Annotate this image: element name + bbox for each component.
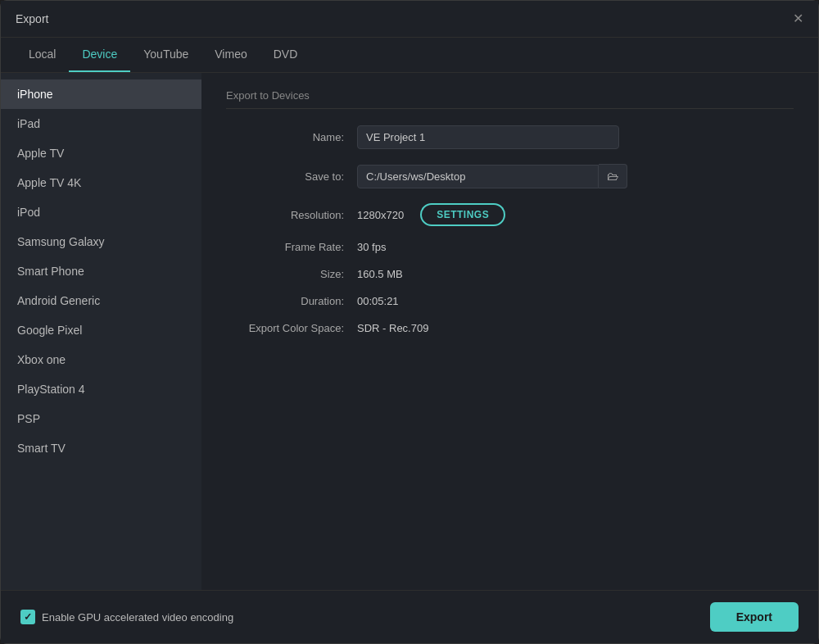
right-panel: Export to Devices Name: Save to: 🗁 Resol…: [201, 73, 818, 590]
sidebar-item-smart-phone[interactable]: Smart Phone: [1, 256, 201, 286]
frame-rate-value: 30 fps: [357, 241, 386, 253]
sidebar-item-samsung-galaxy[interactable]: Samsung Galaxy: [1, 227, 201, 256]
export-button[interactable]: Export: [710, 602, 799, 632]
sidebar-item-playstation-4[interactable]: PlayStation 4: [1, 374, 201, 404]
sidebar-item-google-pixel[interactable]: Google Pixel: [1, 315, 201, 345]
size-label: Size:: [226, 268, 357, 280]
tabs-bar: Local Device YouTube Vimeo DVD: [1, 38, 818, 73]
frame-rate-row: Frame Rate: 30 fps: [226, 241, 794, 253]
color-space-row: Export Color Space: SDR - Rec.709: [226, 322, 794, 334]
tab-dvd[interactable]: DVD: [260, 38, 311, 72]
tab-youtube[interactable]: YouTube: [130, 38, 201, 72]
browse-folder-button[interactable]: 🗁: [599, 164, 627, 188]
name-row: Name:: [226, 125, 794, 149]
gpu-checkbox[interactable]: [20, 610, 35, 624]
sidebar-item-ipod[interactable]: iPod: [1, 197, 201, 227]
footer: Enable GPU accelerated video encoding Ex…: [1, 590, 818, 643]
tab-local[interactable]: Local: [16, 38, 69, 72]
tab-vimeo[interactable]: Vimeo: [201, 38, 260, 72]
close-button[interactable]: ✕: [793, 12, 803, 25]
sidebar-item-android-generic[interactable]: Android Generic: [1, 286, 201, 315]
size-row: Size: 160.5 MB: [226, 268, 794, 280]
sidebar-item-iphone[interactable]: iPhone: [1, 79, 201, 109]
export-window: Export ✕ Local Device YouTube Vimeo DVD …: [0, 0, 819, 644]
save-to-input[interactable]: [357, 165, 599, 188]
title-bar: Export ✕: [1, 1, 818, 38]
settings-button[interactable]: SETTINGS: [420, 203, 505, 226]
name-label: Name:: [226, 131, 357, 143]
duration-label: Duration:: [226, 295, 357, 307]
device-sidebar: iPhone iPad Apple TV Apple TV 4K iPod Sa…: [1, 73, 201, 590]
save-to-label: Save to:: [226, 170, 357, 183]
main-content: iPhone iPad Apple TV Apple TV 4K iPod Sa…: [1, 73, 818, 590]
gpu-checkbox-label: Enable GPU accelerated video encoding: [42, 611, 233, 624]
resolution-label: Resolution:: [226, 209, 357, 221]
resolution-group: 1280x720 SETTINGS: [357, 203, 505, 226]
color-space-value: SDR - Rec.709: [357, 322, 428, 334]
tab-device[interactable]: Device: [69, 38, 130, 72]
sidebar-item-psp[interactable]: PSP: [1, 404, 201, 433]
window-title: Export: [16, 12, 48, 25]
sidebar-item-xbox-one[interactable]: Xbox one: [1, 345, 201, 374]
duration-row: Duration: 00:05:21: [226, 295, 794, 307]
color-space-label: Export Color Space:: [226, 322, 357, 334]
size-value: 160.5 MB: [357, 268, 403, 280]
resolution-value: 1280x720: [357, 209, 404, 221]
section-title: Export to Devices: [226, 89, 794, 109]
resolution-row: Resolution: 1280x720 SETTINGS: [226, 203, 794, 226]
frame-rate-label: Frame Rate:: [226, 241, 357, 253]
sidebar-item-apple-tv-4k[interactable]: Apple TV 4K: [1, 168, 201, 197]
save-to-row: Save to: 🗁: [226, 164, 794, 188]
save-to-input-group: 🗁: [357, 164, 627, 188]
sidebar-item-ipad[interactable]: iPad: [1, 109, 201, 138]
sidebar-item-smart-tv[interactable]: Smart TV: [1, 433, 201, 463]
footer-left: Enable GPU accelerated video encoding: [20, 610, 233, 624]
sidebar-item-apple-tv[interactable]: Apple TV: [1, 138, 201, 168]
duration-value: 00:05:21: [357, 295, 399, 307]
gpu-checkbox-wrap[interactable]: Enable GPU accelerated video encoding: [20, 610, 233, 624]
name-input[interactable]: [357, 125, 619, 149]
